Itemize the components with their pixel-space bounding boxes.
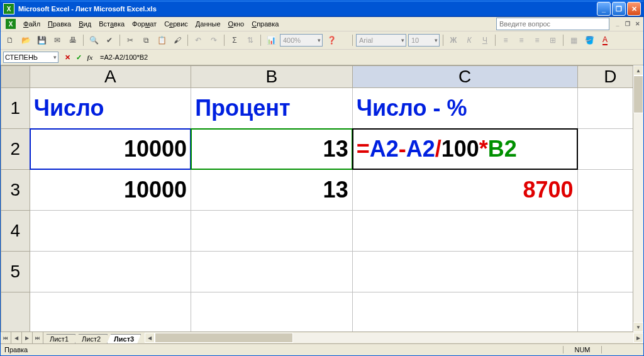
- tab-first-icon[interactable]: ⏮: [1, 332, 11, 343]
- row-header-6[interactable]: [1, 292, 30, 332]
- row-header-5[interactable]: 5: [1, 252, 30, 292]
- cell-b3[interactable]: 13: [191, 170, 353, 211]
- status-numlock: NUM: [563, 346, 602, 353]
- col-header-a[interactable]: A: [30, 66, 191, 88]
- help-icon[interactable]: ❓: [325, 33, 338, 47]
- bold-icon[interactable]: Ж: [447, 33, 460, 47]
- row-header-2[interactable]: 2: [1, 129, 30, 170]
- cell-c5[interactable]: [352, 252, 577, 292]
- doc-close-button[interactable]: ✕: [633, 19, 642, 28]
- sum-icon[interactable]: Σ: [228, 33, 242, 47]
- spell-icon[interactable]: ✔: [103, 33, 116, 47]
- zoom-combo[interactable]: 400%: [280, 34, 323, 47]
- name-box[interactable]: СТЕПЕНЬ: [3, 52, 58, 63]
- grid[interactable]: A B C D 1 Число Процент Число - % 2 1000…: [1, 65, 643, 331]
- col-header-c[interactable]: C: [352, 66, 577, 88]
- cell-a3[interactable]: 10000: [30, 170, 191, 211]
- chart-icon[interactable]: 📊: [264, 33, 278, 47]
- cell-b5[interactable]: [191, 252, 353, 292]
- redo-icon[interactable]: ↷: [207, 33, 221, 47]
- preview-icon[interactable]: 🔍: [87, 33, 101, 47]
- painter-icon[interactable]: 🖌: [170, 33, 184, 47]
- tab-prev-icon[interactable]: ◀: [11, 332, 22, 343]
- cell-a5[interactable]: [30, 252, 191, 292]
- cell-a6[interactable]: [30, 292, 191, 332]
- cell-b6[interactable]: [191, 292, 353, 332]
- mail-icon[interactable]: ✉: [50, 33, 64, 47]
- cell-c2[interactable]: =A2-A2/100*B2: [352, 129, 577, 170]
- print-icon[interactable]: 🖶: [66, 33, 80, 47]
- sheet-tab-2[interactable]: Лист2: [75, 334, 108, 343]
- size-combo[interactable]: 10: [408, 34, 440, 47]
- scroll-down-icon[interactable]: ▼: [633, 322, 643, 332]
- cancel-icon[interactable]: ✕: [62, 52, 72, 62]
- enter-icon[interactable]: ✓: [74, 52, 84, 62]
- menu-window[interactable]: Окно: [225, 19, 248, 29]
- excel-window: X Microsoft Excel - Лист Microsoft Excel…: [0, 0, 644, 356]
- cell-a4[interactable]: [30, 211, 191, 252]
- font-color-icon[interactable]: A: [598, 33, 612, 47]
- cut-icon[interactable]: ✂: [123, 33, 137, 47]
- scroll-thumb-v[interactable]: [633, 75, 643, 113]
- merge-icon[interactable]: ⊞: [546, 33, 560, 47]
- cell-a2[interactable]: 10000: [30, 129, 191, 170]
- scroll-up-icon[interactable]: ▲: [633, 65, 643, 75]
- maximize-button[interactable]: ❐: [612, 2, 626, 16]
- align-right-icon[interactable]: ≡: [530, 33, 544, 47]
- new-icon[interactable]: 🗋: [3, 33, 17, 47]
- underline-icon[interactable]: Ч: [478, 33, 492, 47]
- sheet-tab-3[interactable]: Лист3: [107, 334, 141, 343]
- cell-c1[interactable]: Число - %: [352, 88, 577, 129]
- scroll-left-icon[interactable]: ◀: [145, 333, 155, 343]
- select-all-corner[interactable]: [1, 66, 30, 88]
- cell-c6[interactable]: [352, 292, 577, 332]
- undo-icon[interactable]: ↶: [191, 33, 205, 47]
- align-center-icon[interactable]: ≡: [514, 33, 528, 47]
- col-header-b[interactable]: B: [191, 66, 353, 88]
- save-icon[interactable]: 💾: [35, 33, 48, 47]
- scroll-thumb-h[interactable]: [155, 333, 293, 343]
- cell-b4[interactable]: [191, 211, 353, 252]
- minimize-button[interactable]: _: [597, 2, 611, 16]
- cell-c3[interactable]: 8700: [352, 170, 577, 211]
- menu-edit[interactable]: Правка: [44, 19, 75, 29]
- scroll-right-icon[interactable]: ▶: [633, 333, 643, 343]
- font-combo[interactable]: Arial: [356, 34, 406, 47]
- doc-restore-button[interactable]: ❐: [623, 19, 632, 28]
- title-bar[interactable]: X Microsoft Excel - Лист Microsoft Excel…: [1, 1, 643, 17]
- row-header-4[interactable]: 4: [1, 211, 30, 252]
- fill-color-icon[interactable]: 🪣: [582, 33, 596, 47]
- cell-c4[interactable]: [352, 211, 577, 252]
- menu-insert[interactable]: Вставка: [95, 19, 128, 29]
- close-button[interactable]: ✕: [627, 2, 641, 16]
- menu-help[interactable]: Справка: [248, 19, 282, 29]
- menu-view[interactable]: Вид: [75, 19, 95, 29]
- sort-icon[interactable]: ⇅: [243, 33, 257, 47]
- borders-icon[interactable]: ▦: [567, 33, 580, 47]
- cell-b2[interactable]: 13: [191, 129, 353, 170]
- fx-icon[interactable]: fx: [85, 52, 95, 62]
- copy-icon[interactable]: ⧉: [139, 33, 153, 47]
- vertical-scrollbar[interactable]: ▲ ▼: [633, 65, 643, 332]
- open-icon[interactable]: 📂: [19, 33, 33, 47]
- doc-minimize-button[interactable]: _: [613, 19, 622, 28]
- tab-next-icon[interactable]: ▶: [22, 332, 33, 343]
- menu-bar: X Файл Правка Вид Вставка Формат Сервис …: [1, 17, 643, 31]
- question-input[interactable]: [496, 18, 609, 30]
- cell-b1[interactable]: Процент: [191, 88, 353, 129]
- horizontal-scrollbar[interactable]: ◀ ▶: [145, 332, 643, 343]
- paste-icon[interactable]: 📋: [155, 33, 169, 47]
- menu-tools[interactable]: Сервис: [160, 19, 192, 29]
- formula-input[interactable]: =A2-A2/100*B2: [99, 53, 641, 61]
- tab-last-icon[interactable]: ⏭: [33, 332, 43, 343]
- sheet-tab-1[interactable]: Лист1: [43, 334, 75, 343]
- italic-icon[interactable]: К: [462, 33, 476, 47]
- align-left-icon[interactable]: ≡: [499, 33, 513, 47]
- menu-data[interactable]: Данные: [192, 19, 225, 29]
- cell-a1[interactable]: Число: [30, 88, 191, 129]
- row-header-3[interactable]: 3: [1, 170, 30, 211]
- row-header-1[interactable]: 1: [1, 88, 30, 129]
- menu-file[interactable]: Файл: [19, 19, 44, 29]
- doc-icon[interactable]: X: [6, 19, 16, 29]
- menu-format[interactable]: Формат: [128, 19, 160, 29]
